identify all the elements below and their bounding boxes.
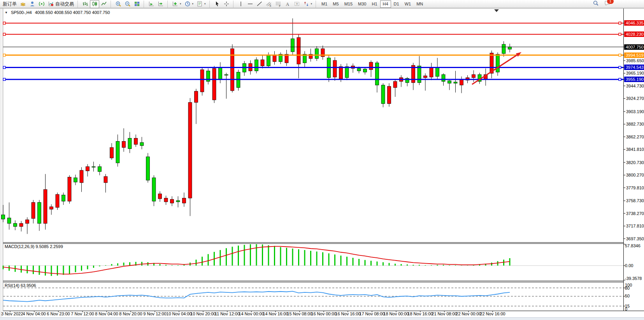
price-axis-tick-label: 3903.190	[626, 109, 644, 114]
candle	[56, 192, 59, 210]
shift-glyph	[158, 1, 164, 7]
macd-scale-label: 0.00	[625, 263, 633, 268]
line-handle-right[interactable]	[619, 54, 621, 56]
text-button[interactable]: A	[283, 0, 292, 8]
price-line-label-3974.543[interactable]: 3974.543	[624, 65, 644, 70]
price-line-label-4046.335[interactable]: 4046.335	[624, 20, 644, 26]
price-line-label-3955.190[interactable]: 3955.190	[624, 77, 644, 82]
zoom-out-button[interactable]	[123, 0, 132, 8]
price-axis-tick-label: 3985.650	[626, 58, 644, 63]
chart-canvas[interactable]	[0, 0, 644, 320]
line-handle-right[interactable]	[619, 66, 621, 68]
indicators-button-dropdown-icon[interactable]: ▾	[180, 2, 181, 5]
zoom-in-button[interactable]	[114, 0, 123, 8]
svg-text:E: E	[270, 4, 272, 7]
signals-icon[interactable]	[37, 0, 46, 8]
fibonacci-button[interactable]: F	[274, 0, 283, 8]
price-line-label-4028.230[interactable]: 4028.230	[624, 31, 644, 37]
autotrade-glyph	[48, 1, 54, 7]
price-axis-tick-label: 3841.810	[626, 147, 644, 152]
tile-windows-button[interactable]	[132, 0, 142, 8]
time-axis-label: 9 Nov 12:00	[143, 311, 166, 316]
periods-button[interactable]: ▾	[183, 0, 195, 8]
timeframe-button-m15[interactable]: M15	[342, 0, 355, 8]
candle	[212, 66, 216, 103]
community-icon[interactable]	[28, 0, 37, 8]
timeframe-button-d1[interactable]: D1	[391, 0, 402, 8]
cursor-button[interactable]	[212, 0, 222, 8]
search-icon[interactable]	[593, 0, 599, 8]
new-order-button[interactable]: 新订单	[1, 0, 18, 8]
zoomin-glyph	[115, 1, 121, 7]
autotrade-button[interactable]: 自动交易	[46, 0, 75, 8]
arrows-tool-button[interactable]: ▾	[302, 0, 314, 8]
rsi-scale-label: 50	[625, 294, 630, 298]
candle	[68, 175, 71, 204]
mt4-terminal-window: 新订单自动交易▾▾▾EFAT▾M1M5M15M30H1H4D1W1MN1 ▼ S…	[0, 0, 644, 320]
hline-glyph	[247, 1, 253, 7]
toolbar-separator	[233, 1, 235, 7]
trade-history-icon[interactable]	[18, 0, 28, 8]
vertical-line-button[interactable]	[236, 0, 246, 8]
line-handle-left[interactable]	[3, 78, 5, 80]
chart-shift-button[interactable]	[156, 0, 165, 8]
symbol-dropdown-icon[interactable]: ▼	[5, 11, 8, 14]
chart-symbol-period: SP500-,H4	[11, 10, 32, 15]
time-axis-label: 22 Nov 16:00	[480, 311, 505, 316]
toolbar-separator	[316, 1, 318, 7]
time-axis-label: 16 Nov 00:00	[311, 311, 336, 316]
line-chart-type-button[interactable]	[99, 0, 109, 8]
chat-icon[interactable]: 1	[604, 0, 611, 8]
price-line-label-4007.750[interactable]: 4007.750	[624, 44, 644, 50]
templates-button-dropdown-icon[interactable]: ▾	[204, 2, 206, 5]
line-handle-left[interactable]	[3, 54, 5, 56]
crosshair-button[interactable]	[222, 0, 231, 8]
price-axis-tick-label: 3738.270	[626, 211, 644, 216]
time-axis-label: 8 Nov 04:00	[95, 311, 118, 316]
indicators-button[interactable]: ▾	[170, 0, 183, 8]
trendline-button[interactable]	[255, 0, 264, 8]
toolbar: 新订单自动交易▾▾▾EFAT▾M1M5M15M30H1H4D1W1MN1	[0, 0, 644, 8]
candle	[381, 83, 385, 107]
timeframe-button-w1[interactable]: W1	[402, 0, 414, 8]
line-handle-right[interactable]	[619, 22, 621, 24]
timeframe-button-m1[interactable]: M1	[319, 0, 330, 8]
timeframe-button-h4[interactable]: H4	[380, 0, 391, 8]
line-handle-left[interactable]	[3, 22, 5, 24]
time-axis-label: 6 Nov 23:00	[47, 311, 70, 316]
horizontal-line-button[interactable]	[246, 0, 255, 8]
arrows-tool-button-dropdown-icon[interactable]: ▾	[311, 2, 312, 5]
person-glyph	[29, 1, 35, 7]
candles-glyph	[91, 1, 98, 7]
time-axis-label: 21 Nov 08:00	[432, 311, 457, 316]
periods-button-dropdown-icon[interactable]: ▾	[192, 2, 194, 5]
price-axis-tick-label: 3779.810	[626, 185, 644, 191]
chart-title: ▼ SP500-,H4 4008.550 4008.550 4007.750 4…	[5, 10, 110, 15]
autotrade-button-label: 自动交易	[55, 1, 74, 7]
svg-text:F: F	[279, 5, 281, 7]
line-handle-left[interactable]	[3, 33, 5, 35]
equidistant-channel-button[interactable]: E	[264, 0, 274, 8]
line-handle-right[interactable]	[619, 78, 621, 80]
timeframe-button-mn[interactable]: MN	[414, 0, 426, 8]
candlestick-chart-type-button[interactable]	[90, 0, 99, 8]
search-glyph	[593, 0, 599, 6]
svg-text:T: T	[296, 2, 298, 6]
candle	[146, 153, 150, 183]
templates-button[interactable]: ▾	[195, 0, 207, 8]
labelT-glyph: T	[294, 1, 300, 7]
timeframe-button-m30[interactable]: M30	[355, 0, 369, 8]
gold-glyph	[20, 1, 26, 7]
text-label-button[interactable]: T	[292, 0, 302, 8]
time-axis-label: 14 Nov 00:00	[239, 311, 264, 316]
timeframe-button-m5[interactable]: M5	[330, 0, 341, 8]
price-axis-tick-label: 3800.270	[626, 172, 644, 178]
bar-chart-type-button[interactable]	[81, 0, 90, 8]
price-line-label-3994.519[interactable]: 3994.519	[624, 52, 644, 58]
auto-scroll-button[interactable]	[147, 0, 156, 8]
time-axis-label: 18 Nov 16:00	[407, 311, 433, 316]
line-handle-left[interactable]	[3, 66, 5, 68]
timeframe-button-h1[interactable]: H1	[369, 0, 380, 8]
time-axis-label: 7 Nov 12:00	[71, 311, 94, 316]
line-handle-right[interactable]	[619, 33, 621, 35]
